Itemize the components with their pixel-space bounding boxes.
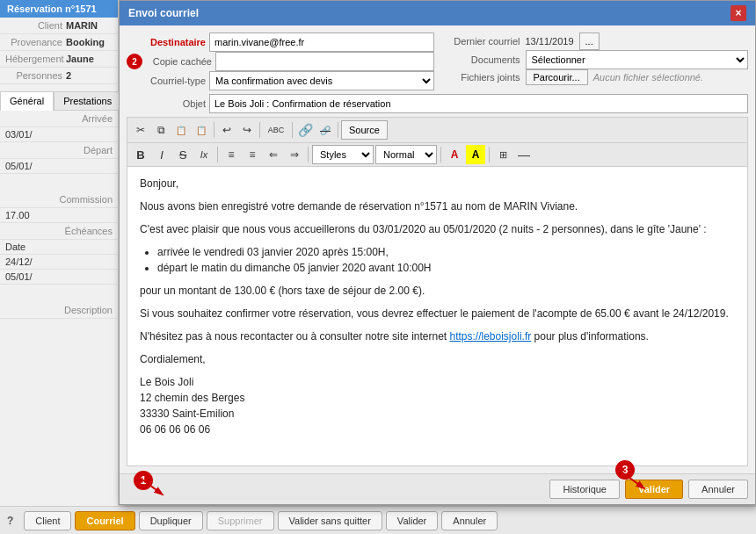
cut-btn[interactable]: ✂ [131,120,150,140]
font-bg-btn[interactable]: A [466,145,485,164]
bold-btn[interactable]: B [131,145,150,164]
line4: Si vous souhaitez confirmer votre réserv… [140,306,735,321]
copy-btn[interactable]: ⧉ [151,120,171,140]
font-color-btn[interactable]: A [445,145,464,164]
line5: N'hésitez pas à nous recontacter ou à co… [140,328,735,344]
client-value: MARIN [66,20,98,31]
personnes-label: Personnes [5,70,62,81]
client-button[interactable]: Client [24,511,71,530]
destinataire-label: Destinataire [127,37,206,47]
unordered-list-btn[interactable]: ≡ [243,145,262,164]
hr-btn[interactable]: — [514,145,534,164]
email-editor[interactable]: Bonjour, Nous avons bien enregistré votr… [127,166,748,466]
arrivee-value: 03/01/ [0,127,118,142]
parcourir-button[interactable]: Parcourir... [526,69,588,85]
tab-bar: Général Prestations [0,91,118,111]
commission-value: 17.00 [0,208,118,223]
unlink-btn[interactable]: 🔗 [316,120,335,140]
dernier-courriel-btn[interactable]: ... [579,32,600,50]
valider-sans-quitter-button[interactable]: Valider sans quitter [278,511,382,530]
ordered-list-btn[interactable]: ≡ [222,145,241,164]
paste-special-btn[interactable]: 📋 [192,120,211,140]
echeances-v2: 05/01/ [0,270,118,285]
provenance-row: Provenance Booking [0,34,118,51]
greeting: Bonjour, [140,176,735,191]
destinataire-row: Destinataire [127,32,434,52]
sep8 [489,147,490,162]
editor-toolbar-2: B I S Ix ≡ ≡ ⇐ ⇒ Styles Normal A A ⊞ — [127,142,748,166]
echeances-v1: 24/12/ [0,255,118,270]
sep1 [214,122,214,138]
reservation-panel: Réservation n°1571 Client MARIN Provenan… [0,0,119,534]
outdent-btn[interactable]: ⇐ [264,145,283,164]
fichiers-joints-row: Fichiers joints Parcourir... Aucun fichi… [441,69,749,85]
svg-line-2 [620,471,642,487]
annuler-button[interactable]: Annuler [688,480,748,499]
help-icon[interactable]: ? [7,515,13,527]
destinataire-input[interactable] [209,32,434,52]
commission-label: Commission [0,191,118,208]
courriel-type-select[interactable]: Ma confirmation avec devis [209,71,434,90]
bottom-bar: ? Client Courriel Dupliquer Supprimer Va… [0,506,756,534]
objet-input[interactable] [209,94,748,113]
tab-prestations[interactable]: Prestations [54,91,121,111]
redo-btn[interactable]: ↪ [237,120,257,140]
echeances-label: Échéances [0,223,118,240]
client-row: Client MARIN [0,18,118,34]
normal-select[interactable]: Normal [375,145,437,164]
table-btn[interactable]: ⊞ [493,145,512,164]
remove-format-btn[interactable]: Ix [194,145,214,164]
undo-btn[interactable]: ↩ [217,120,236,140]
link-btn[interactable]: 🔗 [295,120,315,140]
documents-select[interactable]: Sélectionner [526,50,749,69]
sep2 [259,122,260,138]
valider-bottom-button[interactable]: Valider [386,511,438,530]
modal-body: Destinataire 2 Copie cachée Courriel-typ… [120,25,755,473]
website-link[interactable]: https://leboisjoli.fr [450,330,532,343]
arrow-3 [620,471,655,497]
courriel-button[interactable]: Courriel [75,511,134,530]
strikethrough-btn[interactable]: S [173,145,193,164]
tab-general[interactable]: Général [0,91,54,111]
sep4 [338,122,338,138]
line2: C'est avec plaisir que nous vous accueil… [140,221,735,237]
line5-prefix: N'hésitez pas à nous recontacter ou à co… [140,330,450,343]
spellcheck-btn[interactable]: ABC [263,120,289,140]
svg-line-0 [142,480,160,493]
form-left: Destinataire 2 Copie cachée Courriel-typ… [127,32,434,90]
line1: Nous avons bien enregistré votre demande… [140,198,735,214]
editor-toolbar-1: ✂ ⧉ 📋 📋 ↩ ↪ ABC 🔗 🔗 Source [127,117,748,142]
dupliquer-button[interactable]: Dupliquer [139,511,203,530]
supprimer-button[interactable]: Supprimer [207,511,274,530]
dernier-courriel-value: 13/11/2019 [526,36,574,47]
annotation-2: 2 [127,54,142,69]
styles-select[interactable]: Styles [312,145,374,164]
provenance-value: Booking [66,37,105,47]
fichiers-joints-label: Fichiers joints [441,72,520,83]
indent-btn[interactable]: ⇒ [285,145,304,164]
documents-row: Documents Sélectionner [441,50,749,69]
annuler-bottom-button[interactable]: Annuler [441,511,498,530]
annotation-badge-1: 1 [134,471,153,490]
closing: Cordialement, [140,351,735,367]
depart-value: 05/01/ [0,159,118,174]
copie-cachee-label: Copie cachée [146,56,212,67]
bullet2: départ le matin du dimanche 05 janvier 2… [157,260,735,276]
source-button[interactable]: Source [341,120,388,140]
copie-cachee-input[interactable] [215,52,434,71]
copie-cachee-row: 2 Copie cachée [127,52,434,71]
paste-btn[interactable]: 📋 [171,120,191,140]
historique-button[interactable]: Historique [549,480,620,499]
line3: pour un montant de 130.00 € (hors taxe d… [140,283,735,299]
sig4: 06 06 06 06 06 [140,423,210,436]
sep5 [217,147,218,162]
modal-title: Envoi courriel [128,7,199,19]
italic-btn[interactable]: I [152,145,171,164]
provenance-label: Provenance [5,37,62,47]
modal-close-button[interactable]: × [731,5,746,21]
personnes-value: 2 [66,70,71,81]
sig2: 12 chemin des Berges [140,392,244,404]
signature: Le Bois Joli 12 chemin des Berges 33330 … [140,374,735,437]
email-modal: Envoi courriel × Destinataire 2 Copie ca… [119,0,756,505]
sig3: 33330 Saint-Emilion [140,408,234,420]
